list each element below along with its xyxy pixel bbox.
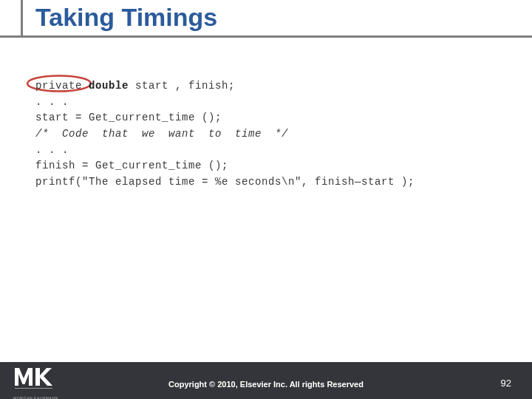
- code-ellipsis-1: . . .: [35, 96, 69, 108]
- horizontal-rule: [0, 35, 532, 38]
- code-comment: /* Code that we want to time */: [35, 128, 288, 140]
- footer-bar: MORGAN KAUFMANN Copyright © 2010, Elsevi…: [0, 362, 532, 399]
- slide: Taking Timings private double start , fi…: [0, 0, 532, 399]
- code-decl-rest: start , finish;: [129, 80, 235, 92]
- code-ellipsis-2: . . .: [35, 144, 69, 156]
- title-wrap: Taking Timings: [0, 1, 532, 36]
- code-line-finish: finish = Get_current_time ();: [35, 160, 228, 171]
- page-number: 92: [501, 378, 511, 389]
- slide-title: Taking Timings: [0, 1, 532, 36]
- copyright-text: Copyright © 2010, Elsevier Inc. All righ…: [0, 380, 532, 389]
- code-keyword-double: double: [82, 80, 129, 92]
- code-line-printf: printf("The elapsed time = %e seconds\n"…: [35, 176, 415, 188]
- code-line-start: start = Get_current_time ();: [35, 112, 222, 123]
- code-block: private double start , finish; . . . sta…: [35, 78, 508, 191]
- code-listing: private double start , finish; . . . sta…: [35, 78, 508, 191]
- code-keyword-private: private: [35, 80, 82, 92]
- publisher-logo-subtext: MORGAN KAUFMANN: [13, 396, 59, 399]
